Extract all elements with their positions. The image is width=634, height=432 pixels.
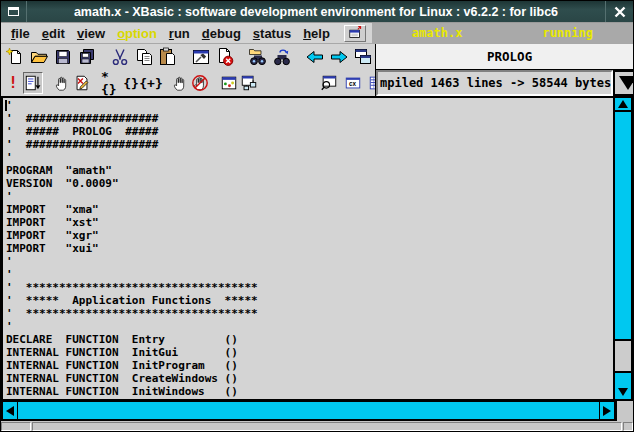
find-in-files-button[interactable] — [246, 46, 270, 68]
window-menu-button[interactable] — [1, 1, 27, 22]
toolbar-bottom: ! — [1, 70, 375, 96]
abort-edit-button[interactable] — [72, 72, 92, 94]
save-floppy-icon — [53, 47, 73, 67]
abort-edit-icon — [73, 74, 91, 92]
arrow-right-icon — [329, 47, 349, 67]
build-hammer-icon — [191, 47, 211, 67]
exclamation-icon: ! — [8, 75, 18, 91]
compile-status: mpiled 1463 lines -> 58544 bytes — [376, 70, 613, 96]
detach-window-button[interactable] — [344, 25, 366, 42]
menu-option[interactable]: option — [111, 26, 163, 41]
format-listing-icon — [24, 74, 42, 92]
open-file-button[interactable] — [27, 46, 51, 68]
menu-edit[interactable]: edit — [36, 26, 71, 41]
toolbar-top — [1, 44, 375, 70]
scroll-left-button[interactable] — [3, 402, 18, 419]
session-status: running — [542, 26, 593, 40]
step-over-icon: {} — [123, 77, 139, 90]
section-panel: PROLOG mpiled 1463 lines -> 58544 bytes — [375, 44, 634, 96]
scroll-right-button[interactable] — [599, 402, 614, 419]
section-label: PROLOG — [376, 44, 634, 70]
statusbar-left-cell — [1, 422, 31, 431]
menu-run[interactable]: run — [163, 26, 196, 41]
inspect-window-button[interactable] — [317, 72, 341, 94]
format-listing-button[interactable] — [23, 72, 43, 94]
vertical-scrollbar — [613, 98, 631, 399]
dropdown-triangle-icon — [619, 76, 634, 90]
cascade-windows-button[interactable] — [351, 46, 375, 68]
hierarchy-window-icon — [240, 74, 258, 92]
window-menu-icon — [8, 7, 19, 16]
menu-debug[interactable]: debug — [196, 26, 247, 41]
debug-window-icon — [220, 74, 238, 92]
debug-window-button[interactable] — [219, 72, 239, 94]
text-caret — [5, 100, 7, 111]
new-file-button[interactable] — [3, 46, 27, 68]
new-file-icon — [5, 47, 25, 67]
cut-scissors-icon — [110, 47, 130, 67]
menu-help[interactable]: help — [297, 26, 336, 41]
save-all-icon — [77, 47, 97, 67]
editor-frame: ' ' #################### ' ##### PROLOG … — [1, 96, 633, 401]
no-hold-button[interactable] — [190, 72, 210, 94]
open-folder-icon — [29, 47, 49, 67]
step-over-button[interactable]: {} — [121, 72, 141, 94]
scroll-down-button[interactable] — [615, 371, 631, 399]
no-hold-icon — [191, 74, 209, 92]
step-into-button[interactable]: *{} — [101, 72, 121, 94]
menu-list: file edit view option run debug status h… — [1, 23, 366, 43]
horizontal-scrollbar-row — [1, 401, 633, 421]
menu-file[interactable]: file — [5, 26, 36, 41]
delete-file-icon — [215, 47, 235, 67]
step-out-button[interactable]: {+} — [141, 72, 161, 94]
delete-file-button[interactable] — [213, 46, 237, 68]
find-in-files-icon — [248, 47, 268, 67]
save-file-button[interactable] — [51, 46, 75, 68]
window-title: amath.x - XBasic : software development … — [27, 1, 605, 22]
find-next-button[interactable] — [270, 46, 294, 68]
menu-status[interactable]: status — [247, 26, 297, 41]
close-icon — [614, 6, 626, 18]
scrollbar-corner — [616, 401, 633, 421]
paste-clipboard-icon — [158, 47, 178, 67]
svg-text:cx: cx — [349, 80, 357, 87]
horizontal-scroll-thumb[interactable] — [18, 402, 599, 419]
close-button[interactable] — [605, 1, 633, 22]
copy-button[interactable] — [132, 46, 156, 68]
paste-button[interactable] — [156, 46, 180, 68]
vertical-scroll-track[interactable] — [615, 341, 631, 371]
horizontal-scrollbar — [1, 401, 616, 421]
step-out-icon: {+} — [139, 77, 162, 90]
navigate-forward-button[interactable] — [327, 46, 351, 68]
calculator-window-button[interactable]: cx — [341, 72, 365, 94]
save-all-button[interactable] — [75, 46, 99, 68]
triangle-left-icon — [6, 406, 14, 416]
code-editor[interactable]: ' ' #################### ' ##### PROLOG … — [6, 99, 611, 399]
hand-icon — [171, 74, 189, 92]
vertical-scroll-thumb[interactable] — [615, 112, 631, 341]
cut-button[interactable] — [108, 46, 132, 68]
hand-icon — [53, 74, 71, 92]
calculator-icon: cx — [344, 74, 362, 92]
toolbar-columns: ! — [1, 44, 375, 96]
hold-button[interactable] — [170, 72, 190, 94]
hierarchy-window-button[interactable] — [239, 72, 259, 94]
section-dropdown-button[interactable] — [613, 70, 634, 96]
compile-status-row: mpiled 1463 lines -> 58544 bytes — [376, 70, 634, 96]
find-next-icon — [272, 47, 292, 67]
triangle-up-icon — [618, 100, 628, 108]
session-panel: amath.x running — [372, 23, 633, 43]
xbasic-ide-window: amath.x - XBasic : software development … — [0, 0, 634, 432]
pause-button[interactable] — [52, 72, 72, 94]
navigate-back-button[interactable] — [303, 46, 327, 68]
menu-view[interactable]: view — [71, 26, 111, 41]
build-button[interactable] — [189, 46, 213, 68]
triangle-right-icon — [603, 406, 611, 416]
toolbar-area: ! — [1, 44, 633, 96]
compile-run-button[interactable]: ! — [3, 72, 23, 94]
scroll-up-button[interactable] — [615, 98, 631, 112]
arrow-left-icon — [305, 47, 325, 67]
cascade-windows-icon — [353, 47, 373, 67]
copy-icon — [134, 47, 154, 67]
session-program-name: amath.x — [412, 26, 463, 40]
